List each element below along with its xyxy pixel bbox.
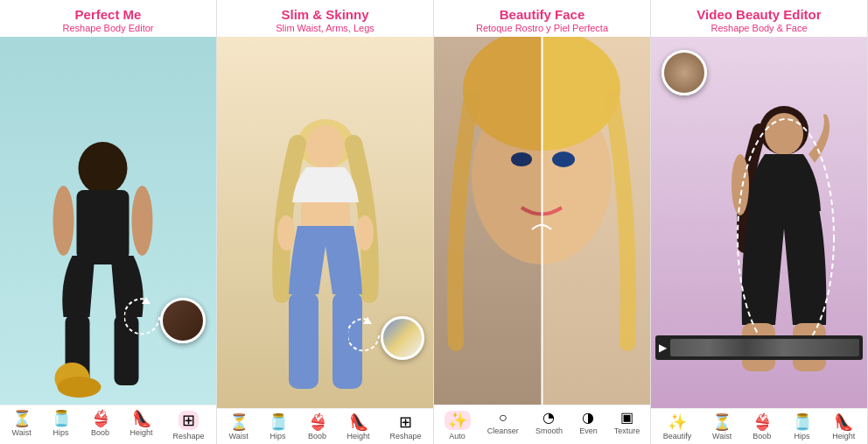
app-card-video-beauty: Video Beauty Editor Reshape Body & Face (651, 0, 868, 444)
reshape-icon-2: ⊞ (399, 414, 412, 430)
card-subtitle-4: Reshape Body & Face (656, 23, 862, 33)
hips-icon-2: 🫙 (269, 414, 288, 430)
footer-item-waist-2[interactable]: ⏳ Waist (228, 414, 248, 440)
svg-point-25 (511, 152, 532, 166)
auto-icon-3: ✨ (444, 411, 471, 430)
texture-label-3: Texture (614, 426, 640, 435)
svg-marker-18 (363, 317, 372, 324)
height-icon-1: 👠 (132, 411, 151, 426)
card-header-1: Perfect Me Reshape Body Editor (0, 0, 216, 37)
svg-point-4 (131, 186, 152, 256)
height-label-2: Height (347, 432, 370, 440)
footer-item-boob-4[interactable]: 👙 Boob (752, 414, 772, 440)
footer-item-boob-1[interactable]: 👙 Boob (91, 411, 110, 437)
boob-icon-4: 👙 (752, 414, 772, 430)
height-label-1: Height (130, 428, 153, 437)
image-placeholder-4: ▶ (651, 37, 867, 408)
footer-item-even-3[interactable]: ◑ Even (579, 411, 598, 435)
reshape-label-1: Reshape (172, 432, 204, 440)
svg-rect-2 (76, 190, 129, 260)
app-card-slim-skinny: Slim & Skinny Slim Waist, Arms, Legs (217, 0, 434, 444)
hips-icon-1: 🫙 (52, 411, 71, 426)
card-footer-2: ⏳ Waist 🫙 Hips 👙 Boob 👠 Height ⊞ Reshape (217, 408, 433, 444)
app-card-beautify-face: Beautify Face Retoque Rostro y Piel Perf… (434, 0, 651, 444)
hips-label-1: Hips (53, 428, 69, 437)
card-title-3: Beautify Face (439, 7, 645, 22)
svg-rect-13 (301, 202, 350, 229)
beautify-icon-4: ✨ (668, 414, 687, 430)
person-shape-2 (264, 119, 387, 408)
footer-item-waist-4[interactable]: ⏳ Waist (712, 414, 732, 440)
footer-item-waist-1[interactable]: ⏳ Waist (11, 411, 31, 437)
card-footer-1: ⏳ Waist 🫙 Hips 👙 Boob 👠 Height ⊞ Reshape (0, 405, 216, 444)
cleanser-icon-3: ○ (499, 411, 508, 425)
height-icon-4: 👠 (834, 414, 853, 430)
footer-item-beautify-4[interactable]: ✨ Beautify (663, 414, 692, 440)
card-header-4: Video Beauty Editor Reshape Body & Face (651, 0, 867, 37)
app-card-perfect-me: Perfect Me Reshape Body Editor (0, 0, 217, 444)
footer-item-reshape-2[interactable]: ⊞ Reshape (389, 414, 421, 440)
height-label-4: Height (832, 432, 855, 440)
image-placeholder-1 (0, 37, 216, 405)
svg-point-3 (52, 186, 74, 256)
person-shape-1 (46, 142, 159, 405)
card-header-3: Beautify Face Retoque Rostro y Piel Perf… (434, 0, 650, 37)
footer-item-hips-2[interactable]: 🫙 Hips (269, 414, 288, 440)
image-placeholder-3 (434, 37, 650, 405)
waist-icon-1: ⏳ (12, 411, 32, 426)
even-label-3: Even (579, 426, 598, 435)
boob-icon-1: 👙 (91, 411, 110, 426)
card-subtitle-3: Retoque Rostro y Piel Perfecta (439, 23, 645, 33)
card-image-3 (434, 37, 650, 405)
card-title-2: Slim & Skinny (222, 7, 428, 22)
waist-label-1: Waist (11, 428, 31, 437)
footer-item-smooth-3[interactable]: ◔ Smooth (536, 411, 563, 435)
image-placeholder-2 (217, 37, 433, 408)
footer-item-height-1[interactable]: 👠 Height (130, 411, 153, 437)
svg-point-1 (78, 142, 127, 194)
footer-item-hips-4[interactable]: 🫙 Hips (793, 414, 812, 440)
cleanser-label-3: Cleanser (487, 426, 519, 435)
waist-icon-4: ⏳ (712, 414, 732, 430)
smooth-label-3: Smooth (536, 426, 563, 435)
even-icon-3: ◑ (582, 411, 594, 425)
footer-item-hips-1[interactable]: 🫙 Hips (52, 411, 71, 437)
hips-icon-4: 🫙 (793, 414, 812, 430)
dashed-outline-4 (733, 115, 838, 360)
card-image-2 (217, 37, 433, 408)
svg-point-12 (306, 125, 345, 169)
dashed-arrow-1 (124, 295, 168, 339)
card-title-1: Perfect Me (5, 7, 211, 22)
svg-marker-9 (142, 297, 150, 304)
boob-label-1: Boob (91, 428, 109, 437)
dashed-arrow-2 (348, 316, 388, 356)
video-strip-4: ▶ (655, 335, 863, 360)
footer-item-height-4[interactable]: 👠 Height (832, 414, 855, 440)
footer-item-texture-3[interactable]: ▣ Texture (614, 411, 640, 435)
thumbnail-circle-4 (662, 50, 707, 95)
svg-point-36 (738, 119, 834, 356)
card-image-1 (0, 37, 216, 405)
footer-item-boob-2[interactable]: 👙 Boob (308, 414, 327, 440)
card-footer-3: ✨ Auto ○ Cleanser ◔ Smooth ◑ Even ▣ Text… (434, 405, 650, 444)
card-header-2: Slim & Skinny Slim Waist, Arms, Legs (217, 0, 433, 37)
svg-rect-14 (289, 292, 318, 389)
smooth-icon-3: ◔ (542, 411, 555, 425)
play-icon-4: ▶ (659, 342, 667, 354)
svg-point-28 (552, 152, 575, 167)
card-subtitle-2: Slim Waist, Arms, Legs (222, 23, 428, 33)
face-bg-svg (434, 37, 650, 405)
boob-label-2: Boob (308, 432, 326, 440)
card-title-4: Video Beauty Editor (656, 7, 862, 22)
film-frames-4 (670, 339, 859, 356)
card-footer-4: ✨ Beautify ⏳ Waist 👙 Boob 🫙 Hips 👠 Heigh… (651, 408, 867, 444)
hips-label-2: Hips (270, 432, 286, 440)
footer-item-reshape-1[interactable]: ⊞ Reshape (172, 411, 204, 440)
height-icon-2: 👠 (349, 414, 368, 430)
card-image-4: ▶ (651, 37, 867, 408)
footer-item-height-2[interactable]: 👠 Height (347, 414, 370, 440)
footer-item-auto-3[interactable]: ✨ Auto (444, 411, 471, 440)
waist-label-4: Waist (712, 432, 732, 440)
footer-item-cleanser-3[interactable]: ○ Cleanser (487, 411, 519, 435)
reshape-icon-1: ⊞ (178, 411, 199, 430)
